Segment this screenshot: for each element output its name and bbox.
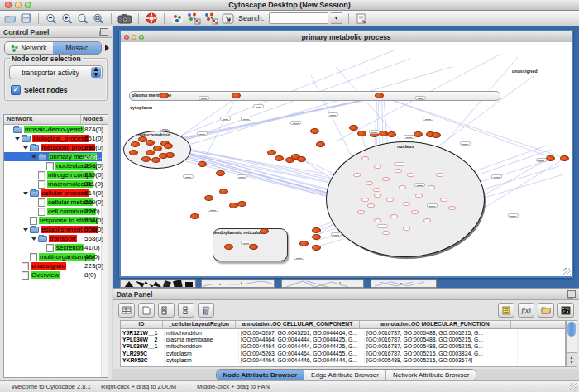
search-input[interactable] [269,12,328,24]
notepad-icon[interactable] [498,303,514,318]
layout-tool-icon-1[interactable] [186,12,201,25]
network-node[interactable] [159,153,168,159]
network-node[interactable] [151,157,160,163]
tree-item-multi-organism-pro[interactable]: multi-organism pro42(0) [4,252,102,261]
network-node[interactable] [224,244,233,250]
save-session-button[interactable] [19,12,32,25]
network-node-small[interactable] [382,231,390,235]
control-panel-float-icon[interactable] [100,28,108,36]
network-window-titlebar[interactable]: primary metabolic process [121,31,572,43]
network-node[interactable] [349,125,358,131]
table-row[interactable]: YLR295Ccytoplasm[GO:0045263, GO:0044464,… [121,350,565,356]
network-node-small[interactable] [366,181,373,185]
network-node-small[interactable] [395,169,402,173]
network-node[interactable] [299,241,309,246]
network-node-small[interactable] [411,210,419,214]
select-attributes-icon[interactable] [158,303,175,318]
matrix-view-icon[interactable] [557,303,574,318]
network-node[interactable] [204,195,213,201]
network-node[interactable] [312,234,321,240]
network-node[interactable] [316,141,325,147]
table-scrollbar-thumb[interactable] [567,322,576,337]
tab-node-attribute-browser[interactable]: Node Attribute Browser [217,370,305,380]
network-node[interactable] [190,213,199,219]
network-node[interactable] [310,128,319,134]
network-node-small[interactable] [415,194,423,198]
tree-item-overview[interactable]: Overview8(0) [4,270,102,280]
network-node[interactable] [146,150,155,155]
tree-item-nucleobase-c[interactable]: nucleobase-c209(0) [4,161,102,170]
new-attribute-icon[interactable] [138,303,155,318]
network-node-small[interactable] [361,156,369,160]
table-scrollbar[interactable]: ▲▼ [566,320,577,367]
tree-expander-icon[interactable] [23,146,28,150]
tab-edge-attribute-browser[interactable]: Edge Attribute Browser [304,370,386,380]
tree-expander-icon[interactable] [23,192,28,195]
network-node[interactable] [153,146,162,151]
network-node-small[interactable] [436,173,443,177]
network-node[interactable] [312,245,321,251]
node-color-dropdown[interactable]: transporter activity ▲▼ [9,65,103,79]
network-node-small[interactable] [374,194,381,198]
attribute-table-header[interactable]: ID_cellularLayoutRegionannotation.GO CEL… [121,321,565,329]
network-node[interactable] [432,132,441,138]
unselect-attributes-icon[interactable] [178,303,194,318]
network-canvas[interactable]: plasma membranecytoplasmmitochondrionnuc… [121,42,572,276]
table-column-header[interactable]: _cellularLayoutRegion [163,321,236,328]
network-node-small[interactable] [403,227,410,231]
network-node-small[interactable] [440,198,447,202]
delete-attribute-trash-icon[interactable] [198,303,214,318]
network-node[interactable] [275,155,284,161]
network-node[interactable] [141,156,151,162]
network-node[interactable] [219,189,228,194]
network-node-small[interactable] [382,177,390,181]
attribute-grid-icon[interactable] [118,303,135,318]
zoom-fit-icon[interactable] [92,12,105,25]
table-row[interactable]: YPL036W__1mitochondrion[GO:0044464, GO:0… [121,343,565,350]
network-node-small[interactable] [374,165,381,169]
tree-expander-icon[interactable] [15,137,20,141]
network-node-small[interactable] [353,173,361,177]
network-node[interactable] [160,93,169,98]
network-node[interactable] [131,141,140,147]
zoom-out-icon[interactable] [45,12,58,25]
network-node[interactable] [297,156,306,162]
network-node-small[interactable] [367,203,375,208]
attribute-table[interactable]: ID_cellularLayoutRegionannotation.GO CEL… [120,320,566,367]
network-node[interactable] [146,140,155,146]
background-window-fragment[interactable] [120,279,196,288]
network-node[interactable] [129,150,138,155]
tree-item-primary-metabo[interactable]: primary metabo209(... [4,152,102,161]
network-node[interactable] [216,170,225,176]
table-column-header[interactable]: ID [121,321,163,328]
tree-item-unassigned[interactable]: unassigned223(0) [4,261,102,270]
table-row[interactable]: YPL036W__2plasma membrane[GO:0044464, GO… [121,336,565,342]
network-node-small[interactable] [373,188,380,192]
tab-network[interactable]: Network [5,42,53,54]
function-builder-icon[interactable]: f(x) [518,303,534,318]
tree-item-mosaic-demo-yeast[interactable]: mosaic-demo-yeast874(0) [4,125,102,134]
tree-item-biological-process[interactable]: biological_process651(0) [4,134,102,143]
network-node-small[interactable] [399,185,406,189]
search-dropdown-arrow-icon[interactable]: ▼ [331,12,342,24]
tree-item-secretion[interactable]: secretion41(0) [4,243,102,252]
network-node[interactable] [198,161,207,167]
network-node-small[interactable] [390,214,398,218]
network-node-small[interactable] [403,202,410,206]
tree-item-response-to-stimulu[interactable]: response to stimulu264(0) [4,216,102,225]
tree-item-cell-communicat[interactable]: cell communicat22(0) [4,207,102,216]
tree-item-transport[interactable]: transport558(0) [4,234,102,243]
table-scrollbar-arrows[interactable]: ▲▼ [567,352,577,366]
background-window-fragment[interactable] [371,279,437,288]
tree-item-cellular-process[interactable]: cellular process614(0) [4,189,102,198]
network-view-window[interactable]: primary metabolic process plasma membran… [119,30,573,278]
table-column-header[interactable]: annotation.GO MOLECULAR_FUNCTION [360,321,511,328]
network-node[interactable] [375,93,384,98]
tab-network-attribute-browser[interactable]: Network Attribute Browser [386,370,476,380]
network-node[interactable] [164,143,173,149]
import-folder-icon[interactable] [538,303,554,318]
network-node[interactable] [387,131,396,137]
network-node-small[interactable] [357,210,365,214]
help-lifering-icon[interactable] [145,12,158,25]
select-nodes-checkbox[interactable]: ✓ [11,85,21,95]
